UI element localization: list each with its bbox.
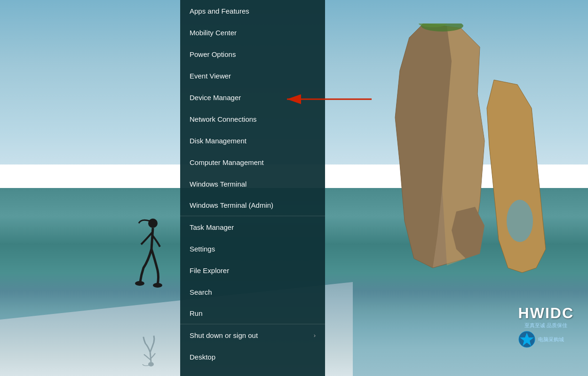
- menu-item-event-viewer[interactable]: Event Viewer: [180, 65, 325, 86]
- menu-item-run[interactable]: Run: [180, 303, 325, 324]
- menu-item-disk-management[interactable]: Disk Management: [180, 130, 325, 151]
- chevron-right-icon: ›: [314, 332, 316, 339]
- hwidc-badge-icon: [518, 331, 535, 348]
- menu-item-mobility-center[interactable]: Mobility Center: [180, 22, 325, 43]
- svg-point-9: [135, 281, 144, 286]
- svg-point-10: [153, 283, 162, 288]
- hwidc-watermark: HWIDC 至真至诚 品质保佳 电脑采购城: [518, 305, 574, 348]
- svg-marker-5: [487, 80, 546, 273]
- device-manager-arrow: [280, 91, 374, 108]
- menu-item-desktop[interactable]: Desktop: [180, 346, 325, 368]
- menu-item-windows-terminal[interactable]: Windows Terminal: [180, 173, 325, 195]
- menu-item-windows-terminal-admin[interactable]: Windows Terminal (Admin): [180, 195, 325, 216]
- cliff-illustration: [386, 24, 564, 306]
- runner-silhouette: [132, 216, 165, 301]
- menu-item-computer-management[interactable]: Computer Management: [180, 151, 325, 173]
- menu-item-search[interactable]: Search: [180, 281, 325, 303]
- menu-item-shut-down-sign-out[interactable]: Shut down or sign out ›: [180, 324, 325, 346]
- menu-item-apps-features[interactable]: Apps and Features: [180, 0, 325, 22]
- runner-reflection: [134, 328, 163, 368]
- svg-point-11: [148, 362, 154, 366]
- menu-item-settings[interactable]: Settings: [180, 238, 325, 259]
- menu-item-file-explorer[interactable]: File Explorer: [180, 259, 325, 281]
- menu-item-network-connections[interactable]: Network Connections: [180, 108, 325, 130]
- context-menu: Apps and Features Mobility Center Power …: [180, 0, 325, 376]
- menu-item-power-options[interactable]: Power Options: [180, 43, 325, 65]
- svg-point-8: [148, 219, 158, 228]
- svg-point-6: [507, 200, 533, 242]
- menu-item-task-manager[interactable]: Task Manager: [180, 216, 325, 238]
